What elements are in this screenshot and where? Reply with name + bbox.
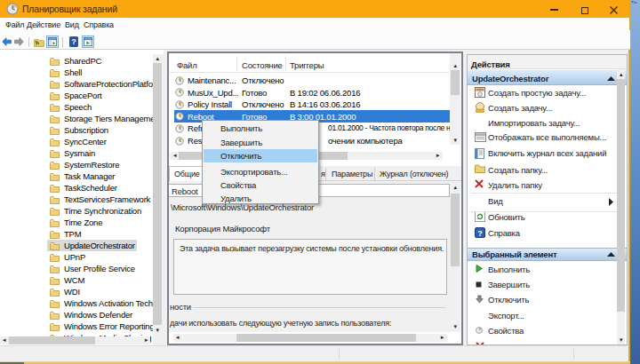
svg-text:?: ? [477, 229, 482, 238]
svg-text:?: ? [71, 37, 76, 46]
